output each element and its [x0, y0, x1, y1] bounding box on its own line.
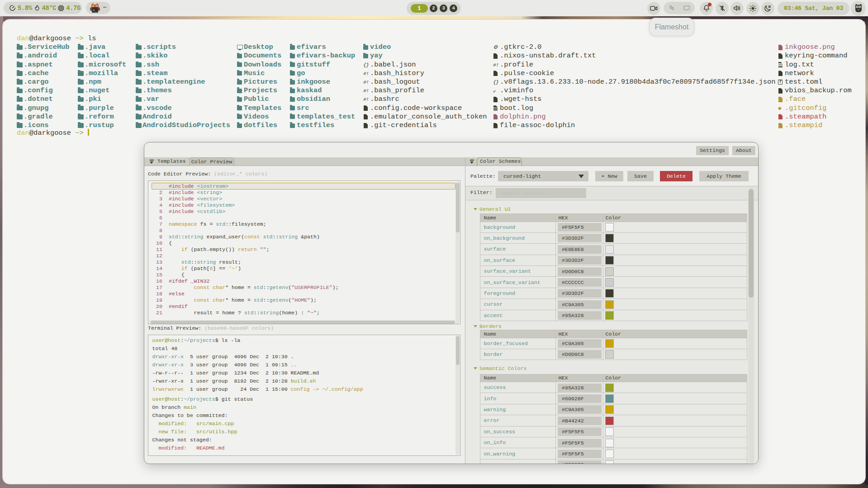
svg-text:>_: >_: [93, 9, 97, 12]
